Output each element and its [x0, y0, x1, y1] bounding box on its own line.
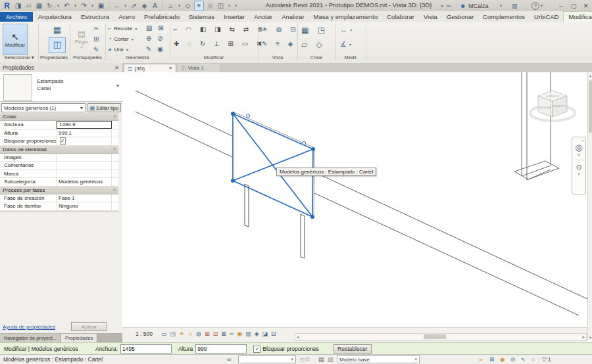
status-filter-icon[interactable]: ▽:1	[542, 356, 551, 363]
minimize-glyph[interactable]: –	[559, 3, 562, 9]
section-cotas[interactable]: Cotas^	[0, 113, 118, 121]
geometry-tools-row-3[interactable]: ✎ ◉	[146, 45, 165, 53]
section-collapse-icon[interactable]: ^	[113, 114, 116, 120]
highlight-displacement-icon[interactable]: ◪	[262, 330, 268, 337]
navigation-bar[interactable]: ✕ ◎ ▾ ⊙ ▾	[572, 137, 586, 194]
measure-tool-button[interactable]: ↔▾	[340, 26, 352, 34]
vertical-scroll-thumb[interactable]	[589, 80, 592, 133]
status-drag-select-icon[interactable]: ↖	[521, 356, 526, 363]
redo-caret-icon[interactable]: ▾	[90, 1, 95, 11]
height-input[interactable]	[195, 344, 247, 353]
visual-style-icon[interactable]: ◳	[170, 330, 176, 337]
zoom-tool-caret-icon[interactable]: ▾	[578, 171, 580, 176]
status-pin-icon[interactable]: ◉	[500, 356, 505, 363]
tab-prefabricado[interactable]: Prefabricado	[139, 12, 184, 22]
sun-path-icon[interactable]: ☀	[179, 330, 184, 337]
panel-label-modificar[interactable]: Modificar	[170, 55, 258, 62]
print-icon[interactable]: ▣	[97, 1, 105, 11]
maximize-glyph[interactable]: ▢	[571, 3, 577, 9]
tag-icon[interactable]: ◈	[140, 1, 149, 11]
tab-urbicad[interactable]: UrbiCAD	[530, 12, 563, 22]
viewcube-right-face-label[interactable]: DERECHO	[553, 104, 566, 108]
tab-modificar-modelos-genericos[interactable]: Modificar | Modelos genéricos	[563, 11, 592, 22]
tab-arquitectura[interactable]: Arquitectura	[34, 12, 76, 22]
steering-wheel-caret-icon[interactable]: ▾	[578, 152, 580, 157]
detail-level-icon[interactable]: ▭	[161, 330, 167, 337]
cope-button[interactable]: ⌐ Recorte ▾	[108, 25, 137, 32]
section-proceso-fases[interactable]: Proceso por fases^	[0, 187, 118, 194]
user-name[interactable]: MCalza	[468, 3, 489, 9]
anchura-value-field[interactable]: 1494.9	[57, 121, 112, 129]
lock-3d-view-icon[interactable]: ⊠	[221, 330, 226, 337]
binoculars-glyph[interactable]: ∞	[447, 3, 451, 9]
recent-window-icon[interactable]: ◨	[14, 1, 22, 11]
close-glyph[interactable]: ✕	[583, 3, 589, 9]
switch-windows-icon[interactable]: ◫	[216, 1, 225, 11]
user-caret-glyph[interactable]: ▾	[499, 1, 503, 11]
shadows-icon[interactable]: ☼	[187, 330, 193, 337]
tab-anotar[interactable]: Anotar	[249, 12, 277, 22]
cut-button[interactable]: ✂	[93, 25, 99, 32]
tab-sistemas[interactable]: Sistemas	[184, 12, 219, 22]
scroll-up-icon[interactable]: ▴	[588, 73, 592, 78]
cope-caret-icon[interactable]: ▾	[135, 26, 137, 31]
subcategoria-value-field[interactable]: Modelos genéricos	[57, 178, 112, 186]
imagen-value-field[interactable]	[57, 154, 112, 162]
properties-close-icon[interactable]: ✕	[114, 63, 119, 72]
create-tools-row-2[interactable]: ▱ ◇	[301, 40, 326, 49]
switch-windows-caret-icon[interactable]: ▾	[227, 1, 232, 11]
scroll-down-icon[interactable]: ▾	[588, 335, 592, 340]
design-options-icon[interactable]: ▤	[318, 356, 324, 363]
viewcube-front-face-label[interactable]: FRONTAL	[539, 106, 552, 109]
properties-toggle-button[interactable]: ◫	[49, 37, 66, 53]
section-datos-identidad[interactable]: Datos de identidad^	[0, 146, 118, 154]
search-icon[interactable]: ∞	[447, 1, 451, 11]
tab-insertar[interactable]: Insertar	[219, 12, 249, 22]
default-3d-view-icon[interactable]: ⌂	[166, 1, 175, 11]
measure-caret-icon[interactable]: ▾	[123, 1, 128, 11]
bloquear-checkbox[interactable]: ✓	[60, 137, 66, 145]
status-background-processes-icon[interactable]: ○	[531, 356, 535, 363]
workset-dropdown[interactable]: ▾	[238, 355, 296, 363]
seleccionar-caret-icon[interactable]: ▾	[32, 55, 34, 60]
reset-button[interactable]: Restablecer	[333, 344, 372, 353]
show-crop-region-icon[interactable]: ⊡	[213, 330, 218, 337]
tab-acero[interactable]: Acero	[114, 12, 139, 22]
geometry-tools-row-1[interactable]: ▧ ⊠	[146, 24, 166, 32]
undo-caret-icon[interactable]: ▾	[73, 1, 78, 11]
tab-archivo[interactable]: Archivo	[0, 12, 33, 22]
reveal-hidden-elements-icon[interactable]: ◉	[237, 330, 242, 337]
status-editable-only-icon[interactable]: ⊠	[489, 356, 494, 363]
sync-caret-icon[interactable]: ▾	[56, 1, 61, 11]
minimize-button[interactable]: –	[559, 1, 562, 11]
tab-vista[interactable]: Vista	[419, 12, 442, 22]
close-button[interactable]: ✕	[583, 1, 589, 11]
revit-logo-icon[interactable]: R	[2, 1, 12, 11]
tab-analizar[interactable]: Analizar	[277, 12, 308, 22]
panel-label-crear[interactable]: Crear	[297, 55, 335, 62]
measure-icon[interactable]: ↔	[112, 1, 121, 11]
panel-label-seleccionar[interactable]: Seleccionar ▾	[0, 55, 38, 62]
properties-help-link[interactable]: Ayuda de propiedades	[3, 323, 55, 330]
help-caret-glyph[interactable]: ▾	[539, 1, 544, 11]
tab-masa-y-emplazamiento[interactable]: Masa y emplazamiento	[309, 12, 383, 22]
panel-label-vista[interactable]: Vista	[258, 55, 297, 62]
scroll-right-icon[interactable]: ▸	[582, 334, 585, 340]
match-type-button[interactable]: ✎	[93, 46, 99, 53]
geometry-tools-row-2[interactable]: ⊕ ⊘	[146, 35, 165, 42]
save-icon[interactable]: ▦	[35, 1, 43, 11]
help-glyph[interactable]: ?	[531, 2, 539, 10]
maximize-button[interactable]: ▢	[571, 1, 577, 11]
rendering-dialog-icon[interactable]: ◍	[196, 330, 201, 337]
user-menu-caret-icon[interactable]: ▾	[499, 1, 503, 11]
redo-icon[interactable]: ↷	[80, 1, 88, 11]
modify-tools-row-2[interactable]: ✚ ◌ ↻ ⊥ ⊞ ▭ ✖	[174, 40, 265, 47]
app-store-cart-icon[interactable]: ▥	[512, 1, 518, 11]
altura-value-field[interactable]: 999.1	[57, 129, 112, 137]
type-selector[interactable]: Estampado Cartel ▾	[0, 72, 122, 102]
tab-estructura[interactable]: Estructura	[76, 12, 114, 22]
measure-tool-caret-icon[interactable]: ▾	[350, 28, 352, 32]
cut-geometry-button[interactable]: ◔ Cortar ▾	[108, 35, 134, 42]
view-cube[interactable]: SUPERIOR FRONTAL DERECHO	[530, 91, 575, 121]
fase-derribo-value-field[interactable]: Ninguno	[57, 202, 112, 210]
